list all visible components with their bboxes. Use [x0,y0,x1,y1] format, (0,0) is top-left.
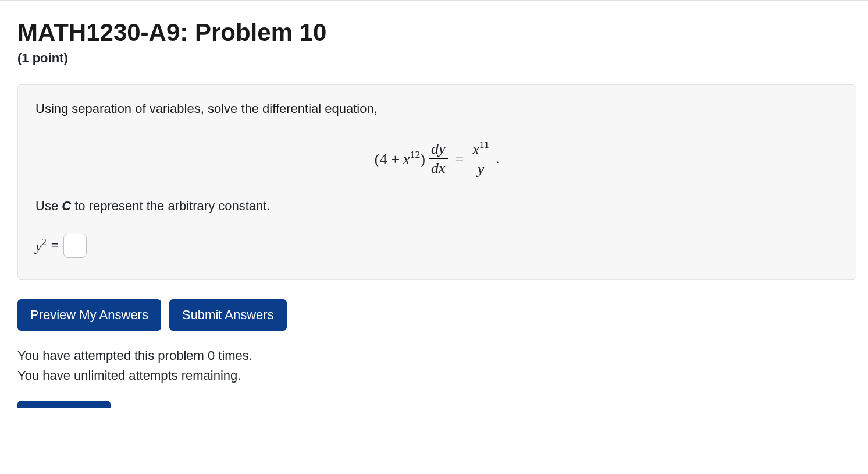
problem-container: Using separation of variables, solve the… [17,84,856,280]
eq-equals: = [455,150,464,168]
answer-input[interactable] [63,234,87,258]
answer-equals: = [51,238,59,253]
eq-period: . [496,151,500,167]
submit-answers-button[interactable]: Submit Answers [169,299,287,331]
attempts-line2: You have unlimited attempts remaining. [17,366,856,385]
constant-hint: Use C to represent the arbitrary constan… [35,199,838,214]
equation-display: (4 + x12) dy dx = x11 y . [35,140,838,178]
eq-dy-dx: dy dx [429,141,448,177]
preview-answers-button[interactable]: Preview My Answers [17,299,161,331]
problem-prompt: Using separation of variables, solve the… [35,101,838,116]
partial-button[interactable] [17,401,111,408]
problem-title: MATH1230-A9: Problem 10 [17,18,856,47]
eq-rhs-frac: x11 y [470,140,492,178]
eq-left-paren: (4 + x12) [375,149,425,168]
answer-row: y2 = [35,234,838,258]
answer-lhs: y2 [35,237,47,254]
attempts-info: You have attempted this problem 0 times.… [17,346,856,385]
buttons-row: Preview My Answers Submit Answers [17,299,856,331]
points-label: (1 point) [17,51,856,66]
attempts-line1: You have attempted this problem 0 times. [17,346,856,366]
